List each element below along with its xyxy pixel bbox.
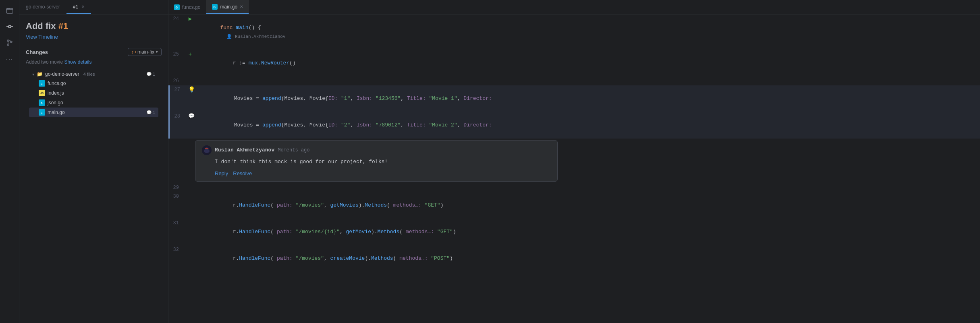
svg-rect-0 [6, 8, 13, 13]
bulb-icon-27[interactable]: 💡 [188, 85, 195, 94]
tree-folder-go-demo-server[interactable]: ▾ 📁 go-demo-server 4 files 💬 1 [29, 70, 158, 79]
pr-title: Add fix #1 [26, 21, 162, 31]
tree-file-main-go[interactable]: G main.go 💬 1 [29, 108, 158, 117]
line-content-30: r.HandleFunc( path: "/movies", getMovies… [195, 192, 980, 219]
svg-point-1 [8, 25, 11, 28]
svg-point-19 [205, 147, 208, 151]
line-content-28: Movies = append(Movies, Movie{ID: "2", I… [196, 112, 980, 139]
file-name-funcs-go: funcs.go [48, 81, 66, 86]
folder-icon: 📁 [37, 71, 43, 77]
pr-header: Add fix #1 View Timeline [19, 14, 168, 43]
code-line-32: 32 r.HandleFunc( path: "/movies", create… [168, 245, 980, 272]
line-content-32: r.HandleFunc( path: "/movies", createMov… [195, 245, 980, 272]
chevron-icon: ▾ [32, 72, 34, 77]
line-content-31: r.HandleFunc( path: "/movies/{id}", getM… [195, 219, 980, 245]
svg-text:G: G [41, 102, 43, 104]
branch-name: main-fix [137, 49, 154, 55]
code-line-27: 27 💡 Movies = append(Movies, Movie{ID: "… [168, 85, 980, 112]
folder-file-count: 4 files [83, 72, 95, 77]
go-file-icon-json: G [39, 99, 45, 106]
tab-go-demo-server[interactable]: go-demo-server [19, 0, 66, 14]
tree-file-index-js[interactable]: JS index.js [29, 88, 158, 98]
editor-tab-funcs-go[interactable]: G funcs.go [168, 0, 206, 14]
code-line-29: 29 [168, 183, 980, 192]
svg-text:G: G [214, 6, 216, 8]
line-gutter-24: ▶ [185, 14, 195, 23]
changes-section: Changes 🏷 main-fix ▾ Added two movie Sho… [19, 43, 168, 122]
funcs-go-tab-icon: G [174, 4, 180, 10]
reply-button[interactable]: Reply [215, 170, 228, 176]
line-number-29: 29 [168, 183, 185, 192]
comment-icon-28[interactable]: 💬 [188, 112, 195, 121]
comment-author: Ruslan Akhmetzyanov [215, 146, 274, 155]
branch-badge[interactable]: 🏷 main-fix ▾ [128, 48, 162, 56]
editor-tab-bar: G funcs.go G main.go ✕ [168, 0, 980, 14]
main-go-tab-close[interactable]: ✕ [240, 4, 243, 9]
comment-avatar [202, 145, 212, 155]
code-line-30: 30 r.HandleFunc( path: "/movies", getMov… [168, 192, 980, 219]
sidebar: go-demo-server #1 ✕ Add fix #1 View Time… [19, 0, 168, 323]
tag-icon: 🏷 [131, 50, 136, 54]
folder-activity-icon[interactable] [2, 3, 17, 18]
line-number-25: 25 [168, 50, 185, 59]
line-number-31: 31 [168, 219, 185, 228]
code-line-28: 28 💬 Movies = append(Movies, Movie{ID: "… [168, 112, 980, 139]
sidebar-tab-bar: go-demo-server #1 ✕ [19, 0, 168, 14]
commit-activity-icon[interactable] [2, 19, 17, 34]
folder-name: go-demo-server [45, 71, 79, 77]
editor-tab-main-go[interactable]: G main.go ✕ [206, 0, 249, 14]
branch-activity-icon[interactable] [2, 35, 17, 50]
show-details-link[interactable]: Show details [64, 59, 91, 65]
comment-body: I don't think this mock is good for our … [215, 157, 551, 166]
folder-comment-badge: 💬 1 [146, 72, 155, 77]
file-tree: ▾ 📁 go-demo-server 4 files 💬 1 G funcs.g… [26, 70, 162, 117]
changes-label: Changes [26, 49, 48, 55]
line-number-26: 26 [168, 77, 185, 85]
comment-icon-main: 💬 [146, 110, 152, 115]
added-info: Added two movie Show details [26, 59, 162, 65]
tree-file-json-go[interactable]: G json.go [29, 98, 158, 108]
svg-text:G: G [176, 6, 178, 9]
main-go-tab-icon: G [212, 4, 218, 10]
comment-icon: 💬 [146, 72, 152, 77]
more-activity-icon[interactable]: ⋯ [2, 52, 17, 66]
line-gutter-27: 💡 [187, 85, 196, 94]
js-file-icon: JS [39, 90, 45, 96]
chevron-down-icon: ▾ [156, 50, 158, 54]
line-gutter-28: 💬 [187, 112, 196, 121]
main-go-comment-badge: 💬 1 [146, 110, 155, 115]
go-file-icon-main: G [39, 109, 45, 116]
resolve-button[interactable]: Resolve [233, 170, 252, 176]
comment-actions: Reply Resolve [215, 170, 551, 176]
comment-time: Moments ago [278, 146, 309, 155]
plus-icon-25[interactable]: + [189, 50, 192, 59]
code-line-31: 31 r.HandleFunc( path: "/movies/{id}", g… [168, 219, 980, 245]
funcs-go-tab-label: funcs.go [182, 4, 200, 10]
code-line-26: 26 [168, 77, 980, 85]
tab-pr-1-close[interactable]: ✕ [81, 4, 85, 9]
file-name-main-go: main.go [48, 110, 65, 115]
code-line-24: 24 ▶ func main() { 👤 Ruslan.Akhmetzianov [168, 14, 980, 50]
view-timeline-link[interactable]: View Timeline [26, 34, 162, 40]
tab-pr-1[interactable]: #1 ✕ [66, 0, 91, 14]
run-button[interactable]: ▶ [189, 14, 192, 23]
tree-file-funcs-go[interactable]: G funcs.go [29, 79, 158, 88]
tab-go-demo-server-label: go-demo-server [26, 4, 60, 10]
line-number-32: 32 [168, 245, 185, 254]
line-number-27: 27 [170, 85, 187, 94]
comment-thread: Ruslan Akhmetzyanov Moments ago I don't … [195, 140, 558, 182]
changes-header: Changes 🏷 main-fix ▾ [26, 48, 162, 56]
line-number-30: 30 [168, 192, 185, 201]
line-content-25: r := mux.NewRouter() [195, 50, 980, 77]
editor-area: G funcs.go G main.go ✕ 24 ▶ func main() … [168, 0, 980, 323]
line-number-24: 24 [168, 14, 185, 23]
svg-text:G: G [41, 83, 43, 85]
go-file-icon: G [39, 80, 45, 87]
svg-text:G: G [41, 112, 43, 114]
activity-bar: ⋯ [0, 0, 19, 323]
line-content-24: func main() { 👤 Ruslan.Akhmetzianov [195, 14, 980, 50]
line-content-27: Movies = append(Movies, Movie{ID: "1", I… [196, 85, 980, 112]
tab-pr-1-label: #1 [73, 4, 78, 10]
file-name-index-js: index.js [48, 90, 64, 96]
file-name-json-go: json.go [48, 100, 63, 106]
